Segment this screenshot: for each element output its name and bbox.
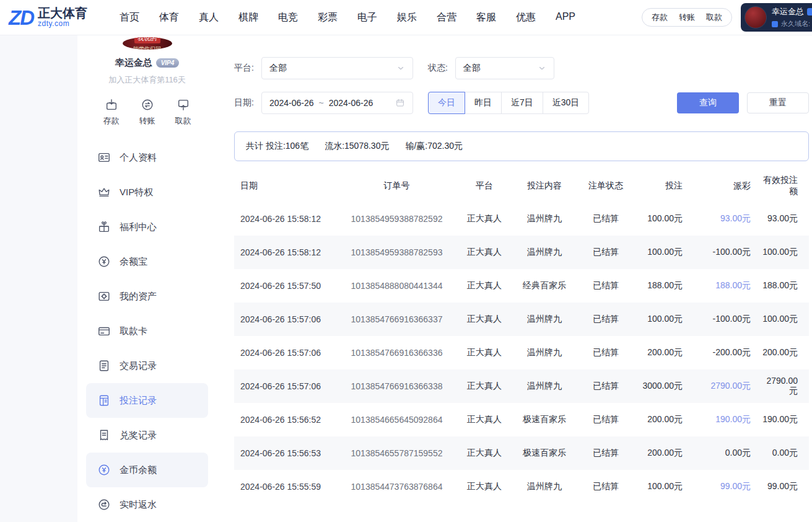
top-bar: ZD 正大体育 zdty.com 首页体育真人棋牌电竞彩票电子娱乐合营客服优惠A… bbox=[0, 0, 812, 35]
status-select[interactable]: 全部 bbox=[455, 57, 554, 79]
cell-platform: 正大真人 bbox=[457, 280, 512, 291]
cell-status: 已结算 bbox=[577, 381, 634, 392]
wallet-link-deposit[interactable]: 存款 bbox=[646, 12, 673, 23]
vip-badge: VIP4 bbox=[156, 58, 180, 68]
cell-date: 2024-06-26 15:56:52 bbox=[234, 415, 336, 425]
nav-item-home[interactable]: 首页 bbox=[120, 11, 139, 24]
cell-bet-content: 温州牌九 bbox=[512, 481, 577, 492]
nav-item-slots[interactable]: 电子 bbox=[357, 11, 377, 24]
summary-turnover: 流水:15078.30元 bbox=[325, 141, 389, 152]
table-row: 2024-06-26 15:57:061013854766916366338正大… bbox=[234, 369, 809, 403]
cell-date: 2024-06-26 15:57:50 bbox=[234, 281, 336, 291]
nav-item-customer-service[interactable]: 客服 bbox=[476, 11, 496, 24]
cell-platform: 正大真人 bbox=[457, 247, 512, 258]
page-left-gutter bbox=[0, 35, 77, 522]
sidebar-item-my-assets[interactable]: 我的资产 bbox=[86, 279, 208, 314]
nav-item-sports[interactable]: 体育 bbox=[159, 11, 179, 24]
cell-order-no: 1013854665645092864 bbox=[336, 415, 457, 425]
range-today[interactable]: 今日 bbox=[428, 92, 465, 114]
range-yesterday[interactable]: 昨日 bbox=[465, 92, 502, 114]
nav-item-entertainment[interactable]: 娱乐 bbox=[397, 11, 417, 24]
quick-action-withdraw[interactable]: 取款 bbox=[175, 98, 191, 126]
cell-date: 2024-06-26 15:57:06 bbox=[234, 314, 336, 324]
range-last-7-days[interactable]: 近7日 bbox=[501, 92, 543, 114]
wallet-link-withdraw[interactable]: 取款 bbox=[701, 12, 728, 23]
sidebar-item-welfare-center[interactable]: 福利中心 bbox=[86, 210, 208, 244]
search-button[interactable]: 查询 bbox=[677, 92, 739, 113]
sidebar-item-bet-records[interactable]: 投注记录 bbox=[86, 383, 208, 418]
cell-valid-bet: 188.00元 bbox=[762, 280, 809, 291]
sidebar-item-coin-balance[interactable]: 金币余额 bbox=[86, 453, 208, 487]
cell-bet-amount: 100.00元 bbox=[634, 481, 694, 492]
cell-platform: 正大真人 bbox=[457, 213, 512, 224]
status-label: 状态: bbox=[428, 63, 448, 74]
avatar-caption-1: 我说的 bbox=[134, 37, 160, 43]
sidebar-item-yuebao[interactable]: 余额宝 bbox=[86, 244, 208, 279]
quick-action-transfer[interactable]: 转账 bbox=[139, 98, 155, 126]
cell-status: 已结算 bbox=[577, 347, 634, 358]
cell-bet-amount: 100.00元 bbox=[634, 314, 694, 325]
gift-icon bbox=[97, 220, 111, 234]
main-content: 平台: 全部 状态: 全部 日期: 2024-06-26 ~ 2024-06-2… bbox=[217, 35, 812, 522]
platform-select[interactable]: 全部 bbox=[261, 57, 413, 79]
sidebar-menu: 个人资料VIP特权福利中心余额宝我的资产取款卡交易记录投注记录兑奖记录金币余额实… bbox=[77, 140, 217, 522]
table-row: 2024-06-26 15:55:591013854473763876864正大… bbox=[234, 470, 809, 503]
summary-bar: 共计 投注:106笔 流水:15078.30元 输/赢:702.30元 bbox=[234, 131, 809, 161]
coin-yen-icon bbox=[97, 463, 111, 477]
brand: ZD 正大体育 zdty.com bbox=[0, 6, 87, 28]
header-platform: 平台 bbox=[457, 180, 512, 192]
quick-action-deposit[interactable]: 存款 bbox=[103, 98, 120, 126]
join-days-text: 加入正大体育第116天 bbox=[108, 74, 186, 86]
table-row: 2024-06-26 15:57:501013854888080441344正大… bbox=[234, 269, 809, 303]
username: 幸运金总 bbox=[772, 6, 804, 17]
sidebar-item-withdraw-card[interactable]: 取款卡 bbox=[86, 314, 208, 348]
cell-valid-bet: 99.00元 bbox=[762, 481, 809, 492]
nav-item-joint-venture[interactable]: 合营 bbox=[437, 11, 456, 24]
cell-date: 2024-06-26 15:57:06 bbox=[234, 348, 336, 358]
sidebar-item-realtime-rebate[interactable]: 实时返水 bbox=[86, 487, 208, 522]
cell-status: 已结算 bbox=[577, 448, 634, 459]
nav-item-chess-cards[interactable]: 棋牌 bbox=[238, 11, 258, 24]
cell-bet-content: 温州牌九 bbox=[512, 314, 577, 325]
table-row: 2024-06-26 15:58:121013854959388782592正大… bbox=[234, 202, 809, 236]
cell-valid-bet: 100.00元 bbox=[762, 314, 809, 325]
nav-item-app[interactable]: APP bbox=[556, 11, 575, 24]
bank-card-icon bbox=[97, 324, 111, 338]
cell-payout: 0.00元 bbox=[694, 448, 762, 459]
reset-button[interactable]: 重置 bbox=[747, 92, 809, 113]
table-row: 2024-06-26 15:56:531013854655787159552正大… bbox=[234, 436, 809, 470]
summary-total: 共计 投注:106笔 bbox=[246, 141, 308, 152]
date-range-input[interactable]: 2024-06-26 ~ 2024-06-26 bbox=[261, 92, 413, 114]
filter-row-date: 日期: 2024-06-26 ~ 2024-06-26 今日昨日近7日近30日 … bbox=[234, 92, 809, 114]
user-box[interactable]: 幸运金总 永久域名: bbox=[741, 3, 812, 32]
sidebar-item-label: VIP特权 bbox=[120, 187, 153, 198]
profile-quick-actions: 存款转账取款 bbox=[103, 98, 191, 126]
nav-item-esports[interactable]: 电竞 bbox=[278, 11, 298, 24]
sidebar-item-label: 交易记录 bbox=[120, 360, 157, 372]
wallet-link-transfer[interactable]: 转账 bbox=[673, 12, 701, 23]
nav-item-live-casino[interactable]: 真人 bbox=[199, 11, 219, 24]
chevron-down-icon bbox=[538, 64, 546, 73]
nav-item-lottery[interactable]: 彩票 bbox=[318, 11, 338, 24]
sidebar-item-label: 金币余额 bbox=[120, 464, 157, 476]
table-header: 日期订单号平台投注内容注单状态投注派彩有效投注额 bbox=[234, 170, 809, 202]
cell-valid-bet: 200.00元 bbox=[762, 347, 809, 358]
sidebar-item-prize-records[interactable]: 兑奖记录 bbox=[86, 418, 208, 453]
header-valid-bet: 有效投注额 bbox=[762, 175, 809, 197]
nav-item-promotions[interactable]: 优惠 bbox=[516, 11, 536, 24]
sidebar-item-profile[interactable]: 个人资料 bbox=[86, 140, 208, 175]
cell-status: 已结算 bbox=[577, 280, 634, 291]
range-last-30-days[interactable]: 近30日 bbox=[543, 92, 590, 114]
quick-action-label: 存款 bbox=[103, 115, 120, 126]
platform-select-value: 全部 bbox=[269, 63, 396, 74]
sidebar-item-transaction-records[interactable]: 交易记录 bbox=[86, 348, 208, 383]
table-row: 2024-06-26 15:57:061013854766916366336正大… bbox=[234, 336, 809, 369]
sidebar-item-vip-privileges[interactable]: VIP特权 bbox=[86, 175, 208, 210]
status-select-value: 全部 bbox=[463, 63, 538, 74]
cell-date: 2024-06-26 15:57:06 bbox=[234, 381, 336, 391]
bet-doc-icon bbox=[97, 394, 111, 407]
date-quick-ranges: 今日昨日近7日近30日 bbox=[428, 92, 589, 114]
avatar-caption-2: 能带你们回 bbox=[133, 45, 161, 50]
id-card-icon bbox=[97, 151, 111, 164]
cell-date: 2024-06-26 15:58:12 bbox=[234, 247, 336, 257]
